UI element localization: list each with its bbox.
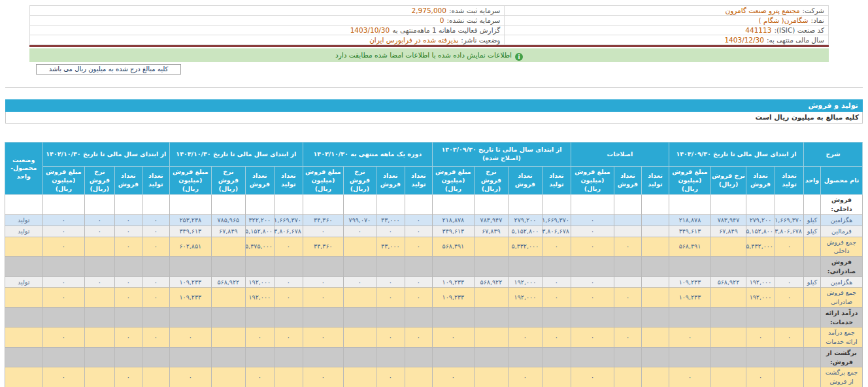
column-header: از ابتدای سال مالی تا تاریخ ۱۴۰۳/۱۰/۳۰ <box>169 143 303 167</box>
value-cell <box>303 347 343 367</box>
unit-cell <box>803 347 820 367</box>
fiscal-year-field: سال مالی منتهی به:1403/12/30 <box>505 35 829 45</box>
units-subtitle: کلیه مبالغ به میلیون ریال است <box>5 112 863 124</box>
value-cell <box>614 277 641 288</box>
table-row: جمع برگشت از فروش۰۰۰۰۰۰۰۰۰۰۰ <box>5 367 862 387</box>
value-cell <box>211 347 245 367</box>
value-cell: ۰ <box>614 237 641 257</box>
value-cell <box>405 257 432 277</box>
value-cell <box>641 237 669 257</box>
column-header: از ابتدای سال مالی تا تاریخ ۱۴۰۳/۰۹/۳۰ <box>669 143 803 167</box>
unit-cell: کیلو <box>803 226 820 237</box>
isic-label: کد صنعت (ISIC): <box>774 26 824 34</box>
value-cell: ۰ <box>303 277 343 288</box>
table-row: جمع فروش داخلی۰۵,۴۳۲,۰۰۰۵۶۸,۴۹۱۰۰۰۵,۴۳۲,… <box>5 237 862 257</box>
product-status-cell <box>5 328 42 348</box>
value-cell <box>245 257 274 277</box>
company-label: شرکت: <box>803 7 824 14</box>
value-cell <box>405 367 432 387</box>
column-header: تعداد فروش <box>746 167 775 195</box>
value-cell: ۰ <box>142 328 169 348</box>
value-cell: ۰ <box>343 226 376 237</box>
value-cell: ۱۰۹,۲۳۳ <box>432 277 474 288</box>
value-cell <box>274 195 303 215</box>
column-header: از ابتدای سال مالی تا تاریخ ۱۴۰۳/۰۹/۳۰ (… <box>432 143 571 167</box>
table-row: جمع فروش صادراتی۰۱۹۲,۰۰۰۱۰۹,۲۳۳۰۰۰۱۹۲,۰۰… <box>5 288 862 308</box>
value-cell <box>274 307 303 328</box>
value-cell: ۰ <box>669 367 710 387</box>
unregistered-capital-value: 0 <box>440 16 444 24</box>
value-cell <box>142 347 169 367</box>
value-cell: ۰ <box>303 288 343 308</box>
value-cell: ۰ <box>571 237 614 257</box>
value-cell <box>343 307 376 328</box>
value-cell: ۰ <box>775 328 803 348</box>
value-cell: ۲۷۹,۲۰۰ <box>746 214 775 226</box>
value-cell <box>303 257 343 277</box>
column-header: تعداد تولید <box>405 167 432 195</box>
value-cell: ۴۳,۰۰۰ <box>376 237 405 257</box>
value-cell: ۰ <box>169 328 211 348</box>
column-header: تعداد تولید <box>274 167 303 195</box>
value-cell <box>84 237 114 257</box>
value-cell: ۱۹۲,۰۰۰ <box>245 288 274 308</box>
value-cell: ۳۴,۳۶۰ <box>303 214 343 226</box>
column-header: تعداد فروش <box>376 167 405 195</box>
value-cell <box>746 307 775 328</box>
value-cell: ۰ <box>542 328 571 348</box>
value-cell: ۵,۱۵۲,۸۰۰ <box>508 226 542 237</box>
company-info-table: شرکت:مجتمع پترو صنعت گامرون سرمایه ثبت ش… <box>29 5 829 47</box>
value-cell <box>710 367 746 387</box>
report-period-label: گزارش فعالیت ماهانه 1 ماهه‌منتهی به <box>392 26 500 34</box>
table-row: برگشت از فروش: <box>5 347 862 367</box>
value-cell <box>571 307 614 328</box>
value-cell: ۰ <box>142 237 169 257</box>
product-status-cell: تولید <box>5 226 42 237</box>
value-cell <box>142 367 169 387</box>
value-cell: ۵۶۸,۹۲۲ <box>474 277 508 288</box>
value-cell: ۷۸۳,۹۴۷ <box>474 214 508 226</box>
value-cell <box>508 347 542 367</box>
value-cell <box>343 237 376 257</box>
value-cell <box>303 195 343 215</box>
ticker-field: نماد:شگامرن( شگام ) <box>505 16 829 25</box>
value-cell: ۰ <box>114 277 142 288</box>
value-cell: ۳۴۹,۶۱۳ <box>169 226 211 237</box>
value-cell <box>343 328 376 348</box>
value-cell: ۰ <box>405 328 432 348</box>
units-note-button[interactable]: کلیه مبالغ درج شده به میلیون ریال می باش… <box>36 64 181 75</box>
value-cell <box>376 347 405 367</box>
value-cell: ۰ <box>571 214 614 226</box>
value-cell: ۱۹۲,۰۰۰ <box>746 277 775 288</box>
value-cell <box>542 347 571 367</box>
value-cell <box>746 347 775 367</box>
unit-cell <box>803 307 820 328</box>
registered-capital-label: سرمایه ثبت شده: <box>449 7 500 14</box>
unit-cell <box>803 195 820 215</box>
value-cell <box>775 307 803 328</box>
value-cell <box>641 367 669 387</box>
value-cell <box>432 347 474 367</box>
value-cell: ۵,۴۳۲,۰۰۰ <box>508 237 542 257</box>
value-cell <box>343 257 376 277</box>
value-cell: ۴۳,۰۰۰ <box>376 214 405 226</box>
value-cell <box>343 367 376 387</box>
value-cell: ۰ <box>405 214 432 226</box>
value-cell <box>114 307 142 328</box>
value-cell <box>274 347 303 367</box>
value-cell <box>614 195 641 215</box>
column-header: مبلغ فروش (میلیون ریال) <box>571 167 614 195</box>
product-name-cell: جمع فروش صادراتی <box>821 288 863 308</box>
value-cell: ۰ <box>405 226 432 237</box>
value-cell: ۳,۸۰۶,۶۷۸ <box>542 226 571 237</box>
value-cell <box>42 257 84 277</box>
value-cell: ۱۹۲,۰۰۰ <box>508 288 542 308</box>
report-period-value: 1403/10/30 <box>350 26 390 34</box>
value-cell <box>474 307 508 328</box>
value-cell: ۰ <box>542 237 571 257</box>
column-header: وضعیت محصول-واحد <box>5 143 42 195</box>
value-cell: ۰ <box>775 288 803 308</box>
column-header: نرخ فروش (ریال) <box>84 167 114 195</box>
value-cell: ۰ <box>303 367 343 387</box>
value-cell: ۲۱۸,۸۷۸ <box>432 214 474 226</box>
